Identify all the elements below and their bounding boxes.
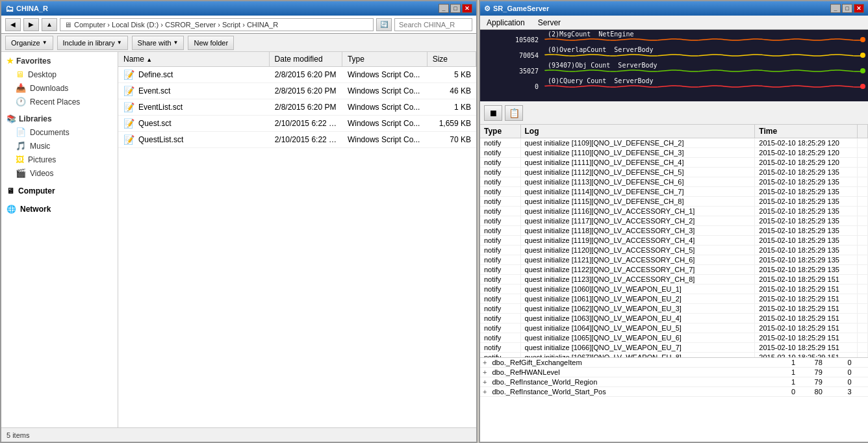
include-arrow: ▼ [117, 40, 122, 45]
db-expand-icon[interactable]: + [480, 377, 489, 387]
db-area: + dbo._RefGift_ExchangeItem 1 78 0 + dbo… [480, 357, 868, 442]
file-name-cell: 📝 QuestList.sct [118, 132, 270, 147]
log-row[interactable]: notify quest initialize [1121][QNO_LV_AC… [480, 255, 868, 265]
log-row[interactable]: notify quest initialize [1065][QNO_LV_WE… [480, 333, 868, 343]
log-table-container[interactable]: Type Log Time notify quest initialize [1… [480, 125, 868, 357]
log-row[interactable]: notify quest initialize [1119][QNO_LV_AC… [480, 236, 868, 246]
table-row[interactable]: 📝 EventList.sct 2/8/2015 6:20 PM Windows… [118, 99, 476, 116]
log-row[interactable]: notify quest initialize [1061][QNO_LV_WE… [480, 294, 868, 304]
table-row[interactable]: 📝 QuestList.sct 2/10/2015 6:22 PM Window… [118, 132, 476, 148]
log-row[interactable]: notify quest initialize [1123][QNO_LV_AC… [480, 275, 868, 285]
up-button[interactable]: ▲ [42, 18, 57, 31]
log-row[interactable]: notify quest initialize [1114][QNO_LV_DE… [480, 187, 868, 197]
log-row[interactable]: notify quest initialize [1067][QNO_LV_WE… [480, 353, 868, 358]
db-expand-icon[interactable]: + [480, 358, 489, 368]
log-row[interactable]: notify quest initialize [1110][QNO_LV_DE… [480, 148, 868, 158]
table-row[interactable]: 📝 Quest.sct 2/10/2015 6:22 PM Windows Sc… [118, 116, 476, 132]
sidebar-item-documents[interactable]: 📄 Documents [1, 125, 118, 139]
log-row[interactable]: notify quest initialize [1111][QNO_LV_DE… [480, 158, 868, 168]
log-row[interactable]: notify quest initialize [1066][QNO_LV_WE… [480, 343, 868, 353]
db-expand-icon[interactable]: + [480, 368, 489, 377]
menu-server[interactable]: Server [535, 18, 563, 28]
log-row[interactable]: notify quest initialize [1115][QNO_LV_DE… [480, 197, 868, 207]
log-scroll-cell [858, 236, 868, 246]
server-close-button[interactable]: ✕ [854, 4, 864, 13]
minimize-button[interactable]: _ [439, 4, 449, 13]
include-library-button[interactable]: Include in library ▼ [57, 36, 128, 50]
log-message: quest initialize [1118][QNO_LV_ACCESSORY… [520, 226, 755, 236]
log-row[interactable]: notify quest initialize [1113][QNO_LV_DE… [480, 177, 868, 187]
nav-tree: ★ Favorites 🖥 Desktop 📥 Downloads 🕐 Rece… [1, 52, 118, 427]
log-time: 2015-02-10 18:25:29 135 [755, 255, 858, 265]
db-row[interactable]: + dbo._RefInstance_World_Region 1 79 0 [480, 377, 868, 387]
log-scroll-cell [858, 333, 868, 343]
log-type: notify [480, 265, 520, 275]
log-type: notify [480, 275, 520, 285]
server-maximize-button[interactable]: □ [842, 4, 852, 13]
file-size-cell: 70 KB [428, 133, 476, 147]
sidebar-item-network[interactable]: 🌐 Network [1, 202, 118, 216]
srv-btn-1[interactable]: ⏹ [484, 105, 502, 121]
col-type-header[interactable]: Type [342, 52, 428, 66]
close-button[interactable]: ✕ [462, 4, 472, 13]
server-menu: Application Server [480, 16, 868, 30]
db-expand-icon[interactable]: + [480, 387, 489, 397]
libraries-header[interactable]: 📚 Libraries [1, 112, 118, 125]
share-with-button[interactable]: Share with ▼ [132, 36, 185, 50]
address-path[interactable]: 🖥 Computer › Local Disk (D:) › CSROR_Ser… [60, 18, 374, 31]
favorites-header[interactable]: ★ Favorites [1, 55, 118, 68]
sidebar-item-pictures[interactable]: 🖼 Pictures [1, 153, 118, 166]
log-row[interactable]: notify quest initialize [1060][QNO_LV_WE… [480, 285, 868, 294]
address-text: Computer › Local Disk (D:) › CSROR_Serve… [74, 21, 278, 29]
log-row[interactable]: notify quest initialize [1118][QNO_LV_AC… [480, 226, 868, 236]
file-size-cell: 1 KB [428, 100, 476, 114]
log-time: 2015-02-10 18:25:29 151 [755, 285, 858, 294]
db-row[interactable]: + dbo._RefGift_ExchangeItem 1 78 0 [480, 358, 868, 368]
new-folder-button[interactable]: New folder [188, 36, 234, 50]
col-name-header[interactable]: Name ▲ [118, 52, 270, 66]
db-row[interactable]: + dbo._RefHWANLevel 1 79 0 [480, 368, 868, 377]
sidebar-item-videos[interactable]: 🎬 Videos [1, 166, 118, 180]
table-row[interactable]: 📝 Event.sct 2/8/2015 6:20 PM Windows Scr… [118, 83, 476, 99]
table-row[interactable]: 📝 Define.sct 2/8/2015 6:20 PM Windows Sc… [118, 67, 476, 83]
sidebar-item-computer[interactable]: 🖥 Computer [1, 184, 118, 198]
sidebar-item-music[interactable]: 🎵 Music [1, 139, 118, 153]
log-time: 2015-02-10 18:25:29 135 [755, 197, 858, 207]
sidebar-item-desktop[interactable]: 🖥 Desktop [1, 68, 118, 81]
log-row[interactable]: notify quest initialize [1109][QNO_LV_DE… [480, 138, 868, 148]
organize-button[interactable]: Organize ▼ [5, 36, 53, 50]
th-scroll [858, 125, 868, 138]
log-type: notify [480, 333, 520, 343]
search-input[interactable] [394, 18, 472, 31]
sidebar-item-downloads[interactable]: 📥 Downloads [1, 81, 118, 95]
log-row[interactable]: notify quest initialize [1112][QNO_LV_DE… [480, 168, 868, 177]
library-icon: 📚 [6, 114, 16, 123]
log-row[interactable]: notify quest initialize [1120][QNO_LV_AC… [480, 246, 868, 255]
log-message: quest initialize [1120][QNO_LV_ACCESSORY… [520, 246, 755, 255]
log-row[interactable]: notify quest initialize [1116][QNO_LV_AC… [480, 207, 868, 216]
log-scroll-cell [858, 265, 868, 275]
menu-application[interactable]: Application [484, 18, 528, 28]
refresh-button[interactable]: 🔄 [376, 18, 392, 31]
log-type: notify [480, 197, 520, 207]
col-date-header[interactable]: Date modified [270, 52, 342, 66]
log-row[interactable]: notify quest initialize [1062][QNO_LV_WE… [480, 304, 868, 314]
sidebar-item-recent[interactable]: 🕐 Recent Places [1, 95, 118, 108]
srv-btn-2[interactable]: 📋 [505, 105, 523, 121]
col-size-header[interactable]: Size [428, 52, 476, 66]
log-row[interactable]: notify quest initialize [1063][QNO_LV_WE… [480, 314, 868, 323]
log-row[interactable]: notify quest initialize [1117][QNO_LV_AC… [480, 216, 868, 226]
forward-button[interactable]: ▶ [23, 18, 39, 31]
server-minimize-button[interactable]: _ [830, 4, 841, 13]
back-button[interactable]: ◀ [5, 18, 21, 31]
file-icon: 📝 [123, 134, 134, 145]
file-type-cell: Windows Script Co... [342, 100, 428, 114]
db-row[interactable]: + dbo._RefInstance_World_Start_Pos 0 80 … [480, 387, 868, 397]
log-row[interactable]: notify quest initialize [1122][QNO_LV_AC… [480, 265, 868, 275]
log-scroll-cell [858, 187, 868, 197]
log-type: notify [480, 148, 520, 158]
log-tbody: notify quest initialize [1109][QNO_LV_DE… [480, 138, 868, 358]
maximize-button[interactable]: □ [450, 4, 461, 13]
log-scroll-cell [858, 323, 868, 333]
log-row[interactable]: notify quest initialize [1064][QNO_LV_WE… [480, 323, 868, 333]
